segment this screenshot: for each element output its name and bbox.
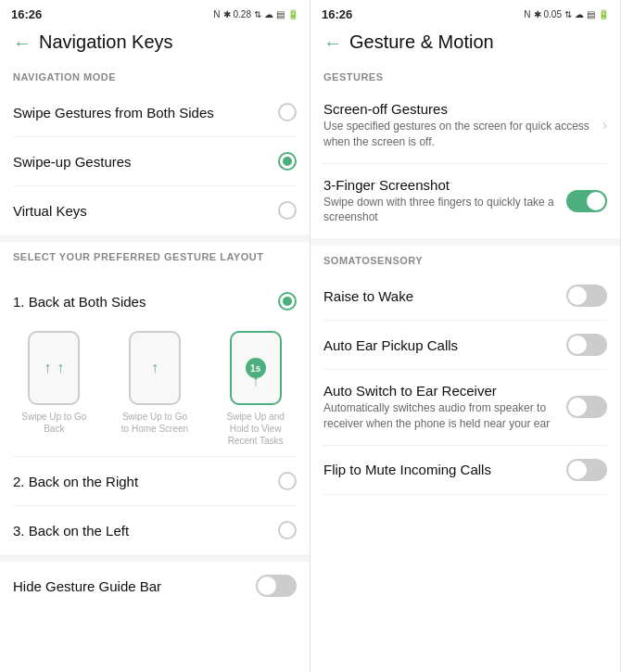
auto-ear-pickup-toggle[interactable]: [566, 334, 607, 356]
radio-swipe-both[interactable]: [278, 103, 297, 121]
nav-option-swipe-both[interactable]: Swipe Gestures from Both Sides: [0, 88, 310, 136]
chevron-right-icon: ›: [602, 117, 607, 133]
auto-switch-ear-sub: Automatically switches audio from speake…: [323, 400, 566, 432]
phone-caption-3: Swipe Up and Hold to View Recent Tasks: [219, 411, 293, 447]
auto-switch-ear-toggle[interactable]: [566, 396, 607, 418]
radio-right[interactable]: [278, 472, 297, 490]
phone-body-3: 1s ↑: [230, 331, 282, 405]
gesture-option-both-sides[interactable]: 1. Back at Both Sides: [0, 277, 310, 325]
gesture-option-left[interactable]: 3. Back on the Left: [0, 506, 310, 554]
nav-mode-section-label: NAVIGATION MODE: [0, 62, 310, 88]
three-finger-screenshot-item[interactable]: 3-Finger Screenshot Swipe down with thre…: [310, 164, 620, 239]
phone-body-1: ↑ ↑: [28, 331, 80, 405]
divider-full-2: [0, 554, 310, 562]
raise-to-wake-label: Raise to Wake: [323, 288, 566, 304]
phone-caption-2: Swipe Up to Go to Home Screen: [118, 411, 192, 435]
auto-switch-ear-label: Auto Switch to Ear Receiver: [323, 383, 566, 399]
status-icons-left: N ✱ 0.28 ⇅ ☁ ▤ 🔋: [213, 9, 298, 19]
divider-r5: [323, 494, 607, 495]
hide-gesture-bar-item[interactable]: Hide Gesture Guide Bar: [0, 562, 310, 610]
status-bar-left: 16:26 N ✱ 0.28 ⇅ ☁ ▤ 🔋: [0, 0, 310, 26]
status-time-right: 16:26: [322, 7, 352, 21]
header-left: ← Navigation Keys: [0, 26, 310, 62]
three-finger-label: 3-Finger Screenshot: [323, 177, 566, 193]
back-button-left[interactable]: ←: [13, 33, 32, 52]
divider-full-r1: [310, 238, 620, 246]
radio-virtual-keys[interactable]: [278, 201, 297, 220]
gesture-option-right[interactable]: 2. Back on the Right: [0, 457, 310, 505]
radio-swipe-up[interactable]: [278, 152, 297, 171]
page-title-right: Gesture & Motion: [349, 32, 494, 53]
back-button-right[interactable]: ←: [323, 33, 342, 52]
gesture-layout-label: SELECT YOUR PREFERRED GESTURE LAYOUT: [13, 251, 297, 262]
phone-body-2: ↑: [129, 331, 181, 405]
radio-left[interactable]: [278, 521, 297, 539]
header-right: ← Gesture & Motion: [310, 26, 620, 62]
gesture-layout-section: SELECT YOUR PREFERRED GESTURE LAYOUT: [0, 242, 310, 277]
flip-mute-toggle[interactable]: [566, 459, 607, 481]
three-finger-sub: Swipe down with three fingers to quickly…: [323, 195, 566, 226]
somatosensory-section-label: SOMATOSENSORY: [310, 246, 620, 272]
raise-to-wake-toggle[interactable]: [566, 285, 607, 307]
divider-full-1: [0, 235, 310, 242]
phone-fig-2: ↑ Swipe Up to Go to Home Screen: [118, 331, 192, 447]
badge-1s: 1s: [246, 358, 266, 378]
screen-off-sub: Use specified gestures on the screen for…: [323, 119, 602, 150]
right-scroll[interactable]: GESTURES Screen-off Gestures Use specifi…: [310, 62, 620, 672]
status-icons-right: N ✱ 0.05 ⇅ ☁ ▤ 🔋: [524, 9, 609, 19]
nav-option-swipe-up[interactable]: Swipe-up Gestures: [0, 137, 310, 185]
phone-caption-1: Swipe Up to Go Back: [17, 411, 91, 435]
arrow-up-2: ↑: [151, 361, 158, 375]
flip-mute-label: Flip to Mute Incoming Calls: [323, 462, 566, 477]
radio-both-sides[interactable]: [278, 292, 297, 311]
arrow-up-1b: ↑: [57, 361, 64, 375]
auto-ear-pickup-item[interactable]: Auto Ear Pickup Calls: [310, 321, 620, 369]
left-scroll[interactable]: NAVIGATION MODE Swipe Gestures from Both…: [0, 62, 310, 672]
hide-gesture-toggle[interactable]: [256, 575, 297, 597]
status-bar-right: 16:26 N ✱ 0.05 ⇅ ☁ ▤ 🔋: [310, 0, 620, 26]
right-panel: 16:26 N ✱ 0.05 ⇅ ☁ ▤ 🔋 ← Gesture & Motio…: [310, 0, 621, 672]
gestures-section-label: GESTURES: [310, 62, 620, 88]
status-time-left: 16:26: [11, 7, 42, 21]
auto-switch-ear-item[interactable]: Auto Switch to Ear Receiver Automaticall…: [310, 370, 620, 445]
raise-to-wake-item[interactable]: Raise to Wake: [310, 272, 620, 320]
phone-fig-1: ↑ ↑ Swipe Up to Go Back: [17, 331, 91, 447]
nav-option-virtual-keys[interactable]: Virtual Keys: [0, 186, 310, 235]
flip-mute-item[interactable]: Flip to Mute Incoming Calls: [310, 446, 620, 494]
phone-illustrations: ↑ ↑ Swipe Up to Go Back ↑ Swipe Up to Go…: [0, 325, 310, 449]
left-panel: 16:26 N ✱ 0.28 ⇅ ☁ ▤ 🔋 ← Navigation Keys…: [0, 0, 310, 672]
page-title-left: Navigation Keys: [39, 32, 173, 53]
screen-off-gestures-item[interactable]: Screen-off Gestures Use specified gestur…: [310, 88, 620, 163]
screen-off-label: Screen-off Gestures: [323, 101, 602, 117]
auto-ear-pickup-label: Auto Ear Pickup Calls: [323, 337, 566, 353]
arrow-up-1a: ↑: [44, 361, 51, 375]
phone-fig-3: 1s ↑ Swipe Up and Hold to View Recent Ta…: [219, 331, 293, 447]
three-finger-toggle[interactable]: [566, 190, 607, 212]
